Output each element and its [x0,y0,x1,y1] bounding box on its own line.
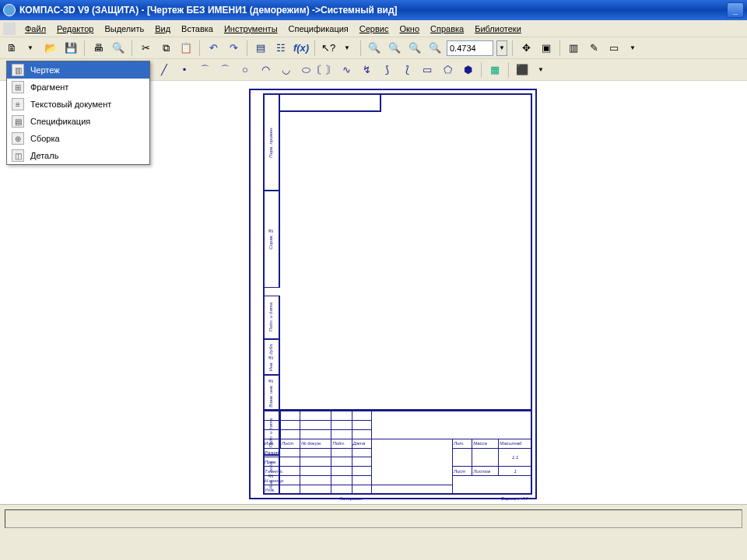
toolbar-main: 🗎 ▼ 📂 💾 🖶 🔍 ✂ ⧉ 📋 ↶ ↷ ▤ ☷ f(x) ↖? ▼ 🔍 🔍 … [0,37,747,59]
zoom-input[interactable] [447,40,493,56]
format-label: Формат [500,496,519,501]
zoom-in-button[interactable]: 🔍 [366,40,383,57]
status-inset [5,509,742,528]
cut-button[interactable]: ✂ [137,40,154,57]
window-titlebar: КОМПАС-3D V9 (ЗАЩИТА) - [Чертеж БЕЗ ИМЕН… [0,0,747,20]
views-button[interactable]: ▥ [565,40,582,57]
arc3-tool[interactable]: ◠ [257,61,274,79]
drawing-icon: ▥ [12,64,24,76]
manager-button[interactable]: ▤ [252,40,269,57]
arc-tool[interactable]: ⌒ [196,61,213,79]
ellipse-tool[interactable]: ⬭ [297,61,314,79]
vars-button[interactable]: ☷ [272,40,289,57]
new-fragment-item[interactable]: ⊞ Фрагмент [7,79,149,96]
new-button[interactable]: 🗎 [3,40,20,57]
new-part-item[interactable]: ◫ Деталь [7,147,149,164]
app-icon [3,4,16,16]
curve-tool[interactable]: ⟆ [378,61,395,79]
menu-tools[interactable]: Инструменты [219,23,282,35]
redo-button[interactable]: ↷ [225,40,242,57]
menu-select[interactable]: Выделить [100,23,149,35]
new-spec-item[interactable]: ▤ Спецификация [7,113,149,130]
layers-button[interactable]: ✎ [585,40,602,57]
help-cursor-button[interactable]: ↖? [320,40,337,57]
item-label: Спецификация [30,117,90,126]
fill-dropdown-arrow[interactable]: ▼ [532,61,549,79]
print-button[interactable]: 🖶 [89,40,107,57]
arc2-tool[interactable]: ⌒ [216,61,233,79]
menu-insert[interactable]: Вставка [177,23,218,35]
item-label: Фрагмент [30,82,68,92]
print-preview-button[interactable]: 🔍 [110,40,127,57]
drawing-sheet[interactable]: Перв. примен. Справ. № Подп. и дата Инв.… [249,89,537,499]
zoom-dropdown[interactable]: ▼ [496,40,507,56]
display-button[interactable]: ▭ [605,40,622,57]
help-dropdown-arrow[interactable]: ▼ [338,40,356,57]
hatch-tool[interactable]: ▦ [486,61,503,79]
undo-button[interactable]: ↶ [205,40,222,57]
spec-icon: ▤ [12,115,24,128]
item-label: Деталь [30,151,58,160]
zoom-window-button[interactable]: 🔍 [406,40,423,57]
part-icon: ◫ [12,149,24,162]
fill-tool[interactable]: ⬛ [514,61,531,79]
menu-spec[interactable]: Спецификация [284,23,353,35]
circle-tool[interactable]: ○ [237,61,254,79]
shape-tool[interactable]: ⬢ [459,61,476,79]
minimize-button[interactable]: _ [727,2,744,18]
point-tool[interactable]: • [176,61,193,79]
menu-bar: Файл Редактор Выделить Вид Вставка Инстр… [0,20,747,37]
bracket-tool[interactable]: 〘〙 [317,61,335,79]
fragment-icon: ⊞ [12,81,24,93]
status-bar [0,504,747,560]
new-drawing-item[interactable]: ▥ Чертеж [7,61,149,79]
new-assembly-item[interactable]: ⊕ Сборка [7,130,149,147]
zoom-fit-button[interactable]: 🔍 [426,40,444,57]
title-block: Изм. Лист № докум. Подп. Дата Лит. Масса… [263,409,532,495]
spline-tool[interactable]: ∿ [338,61,355,79]
poly-tool[interactable]: ⬠ [439,61,456,79]
menu-help[interactable]: Справка [426,23,468,35]
new-file-dropdown[interactable]: ▥ Чертеж ⊞ Фрагмент ≡ Текстовый документ… [6,61,150,165]
zoom-out-button[interactable]: 🔍 [386,40,403,57]
item-label: Чертеж [30,65,60,75]
pan-button[interactable]: ✥ [517,40,535,57]
open-button[interactable]: 📂 [42,40,59,57]
rebuild-button[interactable]: ▣ [538,40,555,57]
curve2-tool[interactable]: ⟅ [398,61,416,79]
menu-service[interactable]: Сервис [355,23,394,35]
paste-button[interactable]: 📋 [177,40,195,57]
format-value: A4 [522,496,528,501]
item-label: Сборка [30,134,60,143]
fx-button[interactable]: f(x) [293,40,310,57]
item-label: Текстовый документ [30,100,111,109]
open-arc-tool[interactable]: ◡ [277,61,294,79]
copy-button[interactable]: ⧉ [157,40,174,57]
polyline-tool[interactable]: ↯ [358,61,375,79]
rect-tool[interactable]: ▭ [419,61,436,79]
assembly-icon: ⊕ [12,132,24,145]
new-textdoc-item[interactable]: ≡ Текстовый документ [7,96,149,113]
menu-edit[interactable]: Редактор [52,23,98,35]
display-dropdown-arrow[interactable]: ▼ [624,40,641,57]
new-dropdown-arrow[interactable]: ▼ [22,40,39,57]
menu-view[interactable]: Вид [150,23,175,35]
upper-block [280,93,381,112]
menu-libs[interactable]: Библиотеки [470,23,526,35]
window-title: КОМПАС-3D V9 (ЗАЩИТА) - [Чертеж БЕЗ ИМЕН… [19,5,727,16]
save-button[interactable]: 💾 [62,40,79,57]
line-tool[interactable]: ╱ [156,61,173,79]
menu-window[interactable]: Окно [395,23,424,35]
menu-file[interactable]: Файл [20,23,51,35]
textdoc-icon: ≡ [12,98,24,110]
side-col-upper: Перв. примен. Справ. № [263,93,280,288]
doc-icon [3,23,16,35]
